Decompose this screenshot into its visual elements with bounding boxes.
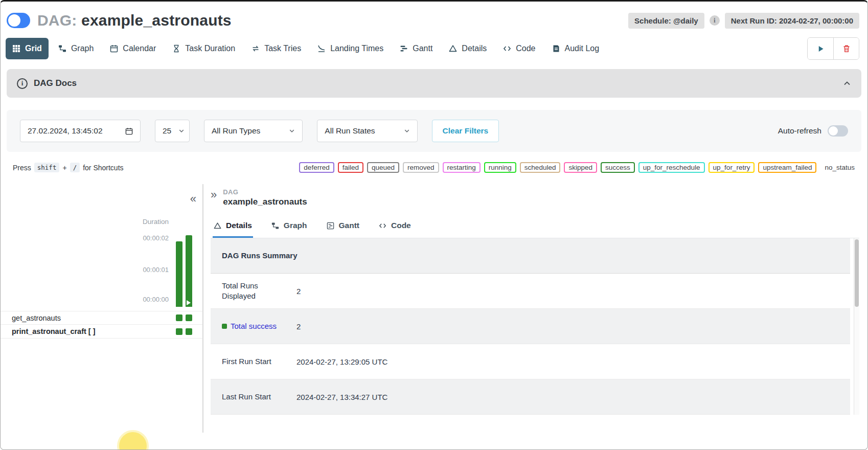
legend-removed[interactable]: removed: [403, 162, 439, 173]
delete-dag-button[interactable]: [833, 38, 859, 59]
row-label: First Run Start: [222, 356, 289, 367]
run-duration-bars: [176, 235, 192, 307]
tab-code[interactable]: Code: [496, 38, 542, 59]
legend-running[interactable]: running: [484, 162, 516, 173]
shift-key: shift: [34, 163, 60, 172]
legend-up-for-reschedule[interactable]: up_for_reschedule: [638, 162, 705, 173]
main-content: « Duration 00:00:02 00:00:01 00:00:00 ge…: [1, 184, 867, 433]
run-type-select[interactable]: All Run Types: [204, 120, 303, 142]
dag-run-bar-selected[interactable]: [186, 235, 192, 307]
audit-log-icon: [552, 44, 560, 53]
docs-info-icon: i: [17, 78, 28, 89]
tab-details[interactable]: Details: [442, 38, 493, 59]
dag-docs-panel[interactable]: i DAG Docs: [7, 69, 861, 98]
tab-task-tries[interactable]: Task Tries: [245, 38, 308, 59]
tab-task-duration[interactable]: Task Duration: [166, 38, 242, 59]
legend-restarting[interactable]: restarting: [443, 162, 481, 173]
dag-prefix-label: DAG:: [37, 12, 77, 29]
run-state-value: All Run States: [325, 126, 375, 136]
code-icon: [503, 44, 511, 53]
detail-tab-label: Details: [226, 221, 252, 230]
detail-tab-code[interactable]: Code: [378, 215, 412, 238]
details-panel: » DAG example_astronauts Details Graph: [203, 184, 867, 433]
base-date-input[interactable]: 27.02.2024, 13:45:02: [20, 120, 141, 142]
shortcuts-hint: Press shift + / for Shortcuts: [13, 163, 124, 172]
task-name[interactable]: print_astronaut_craft [ ]: [12, 327, 96, 335]
task-instance-cells: [176, 314, 192, 321]
legend-upstream-failed[interactable]: upstream_failed: [758, 162, 816, 173]
graph-icon: [271, 222, 279, 230]
page-size-value: 25: [163, 126, 171, 136]
date-picker-icon: [125, 127, 133, 135]
code-icon: [379, 222, 386, 230]
detail-tab-label: Gantt: [339, 221, 359, 230]
tab-graph[interactable]: Graph: [52, 38, 100, 59]
row-value: 2: [296, 322, 301, 331]
task-instance-success[interactable]: [186, 314, 192, 321]
details-triangle-icon: [449, 44, 457, 53]
hourglass-icon: [172, 44, 180, 53]
legend-skipped[interactable]: skipped: [564, 162, 597, 173]
grid-panel: « Duration 00:00:02 00:00:01 00:00:00 ge…: [1, 184, 202, 433]
dag-pause-toggle[interactable]: [7, 13, 30, 28]
row-label: Total success: [222, 321, 289, 331]
selected-dag-name: example_astronauts: [223, 197, 307, 207]
chevron-down-icon: [404, 128, 410, 134]
filter-bar: 27.02.2024, 13:45:02 25 All Run Types Al…: [7, 110, 861, 152]
legend-success[interactable]: success: [601, 162, 635, 173]
detail-tab-gantt[interactable]: Gantt: [326, 215, 360, 238]
tab-grid[interactable]: Grid: [6, 38, 49, 59]
schedule-badge[interactable]: Schedule: @daily: [628, 13, 704, 29]
task-row: get_astronauts: [1, 311, 202, 325]
trigger-dag-button[interactable]: [808, 38, 833, 59]
scrollbar-thumb[interactable]: [855, 239, 859, 307]
dag-run-bar[interactable]: [176, 241, 182, 307]
detail-tab-details[interactable]: Details: [213, 215, 253, 238]
run-state-select[interactable]: All Run States: [317, 120, 417, 142]
legend-deferred[interactable]: deferred: [299, 162, 334, 173]
gantt-icon: [400, 44, 408, 53]
base-date-value: 27.02.2024, 13:45:02: [28, 126, 103, 136]
toggle-knob: [8, 14, 20, 27]
airflow-dag-page: DAG: example_astronauts Schedule: @daily…: [0, 0, 868, 450]
legend-scheduled[interactable]: scheduled: [520, 162, 561, 173]
detail-tab-label: Graph: [284, 221, 307, 230]
selected-run-caret-icon: [187, 300, 191, 305]
details-scrollbar[interactable]: [854, 238, 859, 415]
schedule-info-icon[interactable]: i: [710, 15, 720, 26]
row-value: 2024-02-27, 13:29:05 UTC: [296, 357, 387, 366]
auto-refresh-label: Auto-refresh: [778, 126, 821, 136]
collapse-panel-icon[interactable]: «: [190, 193, 196, 205]
page-size-select[interactable]: 25: [155, 120, 190, 142]
grid-icon: [12, 44, 20, 53]
legend-queued[interactable]: queued: [367, 162, 399, 173]
legend-failed[interactable]: failed: [338, 162, 363, 173]
task-instance-success[interactable]: [176, 314, 182, 321]
chevron-down-icon: [178, 128, 185, 134]
chevron-up-icon[interactable]: [843, 79, 851, 87]
total-success-link[interactable]: Total success: [231, 322, 277, 330]
y-tick: 00:00:02: [143, 234, 169, 242]
auto-refresh-control: Auto-refresh: [778, 125, 848, 137]
success-square-icon: [222, 324, 227, 329]
auto-refresh-toggle[interactable]: [828, 125, 848, 137]
tab-calendar[interactable]: Calendar: [103, 38, 163, 59]
row-value: 2024-02-27, 13:34:27 UTC: [296, 393, 387, 401]
task-name[interactable]: get_astronauts: [12, 314, 61, 322]
legend-up-for-retry[interactable]: up_for_retry: [709, 162, 755, 173]
status-legend: deferred failed queued removed restartin…: [299, 162, 859, 173]
table-header-row: DAG Runs Summary: [211, 238, 850, 274]
tab-landing-times[interactable]: Landing Times: [311, 38, 390, 59]
legend-no-status[interactable]: no_status: [820, 162, 859, 173]
tab-audit-log[interactable]: Audit Log: [545, 38, 606, 59]
detail-tab-graph[interactable]: Graph: [270, 215, 308, 238]
task-instance-success[interactable]: [186, 328, 192, 335]
expand-panel-icon[interactable]: »: [211, 188, 217, 201]
tab-gantt[interactable]: Gantt: [393, 38, 439, 59]
table-row: Last Run Start 2024-02-27, 13:34:27 UTC: [211, 379, 850, 415]
dag-view-tabs: Grid Graph Calendar Task Duration Task T…: [1, 34, 867, 66]
clear-filters-button[interactable]: Clear Filters: [432, 120, 499, 142]
duration-axis-label: Duration: [143, 218, 169, 226]
task-instance-success[interactable]: [176, 328, 182, 335]
repeat-icon: [252, 44, 260, 53]
